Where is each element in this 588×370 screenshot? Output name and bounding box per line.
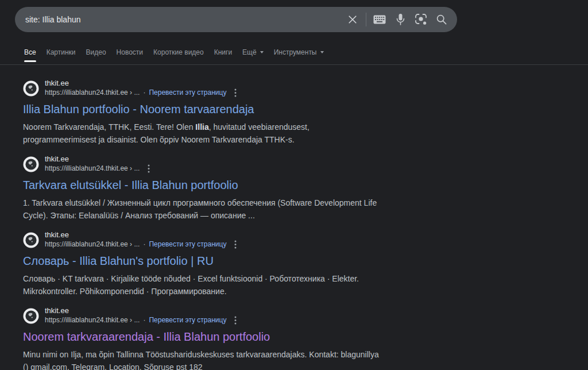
- site-name: thkit.ee: [45, 230, 238, 239]
- site-favicon-icon: [23, 232, 39, 248]
- url-line: https://illiablahun24.thkit.ee › ... · П…: [45, 239, 238, 250]
- search-result: thkit.ee https://illiablahun24.thkit.ee …: [23, 80, 402, 146]
- voice-search-button[interactable]: [393, 12, 408, 27]
- header-divider: [0, 64, 588, 65]
- more-options-button[interactable]: [146, 163, 151, 174]
- tab-news[interactable]: Новости: [117, 48, 143, 62]
- search-result: thkit.ee https://illiablahun24.thkit.ee …: [23, 156, 402, 222]
- search-results-list: thkit.ee https://illiablahun24.thkit.ee …: [23, 80, 402, 370]
- search-bar-icons: [339, 12, 449, 27]
- search-input[interactable]: [25, 15, 339, 24]
- result-snippet: Словарь · KT tarkvara · Kirjalike tööde …: [23, 272, 385, 298]
- more-options-icon: [234, 240, 237, 249]
- more-options-icon: [234, 88, 237, 97]
- url-line: https://illiablahun24.thkit.ee › ...: [45, 163, 151, 174]
- site-name: thkit.ee: [45, 79, 238, 87]
- result-url: https://illiablahun24.thkit.ee › ...: [45, 88, 140, 97]
- tab-label: Книги: [214, 48, 232, 56]
- google-lens-icon: [415, 13, 427, 26]
- site-favicon-icon: [23, 80, 39, 97]
- more-options-button[interactable]: [233, 315, 238, 326]
- search-category-tabs: Все Картинки Видео Новости Короткие виде…: [24, 48, 324, 62]
- more-options-icon: [148, 164, 150, 173]
- site-name: thkit.ee: [45, 155, 151, 163]
- close-icon: [347, 14, 358, 25]
- site-name: thkit.ee: [45, 306, 238, 315]
- search-result: thkit.ee https://illiablahun24.thkit.ee …: [23, 308, 402, 370]
- tab-more[interactable]: Ещё: [242, 48, 264, 62]
- url-line: https://illiablahun24.thkit.ee › ... · П…: [45, 315, 238, 326]
- tab-label: Все: [24, 48, 36, 56]
- chevron-down-icon: [260, 51, 264, 53]
- result-snippet: Noorem Tarkvarendaja, TTHK, Eesti. Tere!…: [23, 121, 385, 146]
- translate-page-link[interactable]: Перевести эту страницу: [149, 240, 226, 249]
- clear-search-button[interactable]: [345, 12, 360, 27]
- microphone-icon: [396, 13, 405, 26]
- virtual-keyboard-button[interactable]: [372, 12, 387, 27]
- more-options-button[interactable]: [233, 87, 238, 98]
- site-info: thkit.ee https://illiablahun24.thkit.ee …: [45, 79, 238, 98]
- search-submit-button[interactable]: [434, 12, 449, 27]
- more-options-button[interactable]: [233, 239, 238, 250]
- result-title-link[interactable]: Noorem tarkvaraarendaja - Illia Blahun p…: [23, 330, 270, 344]
- search-result: thkit.ee https://illiablahun24.thkit.ee …: [23, 232, 402, 298]
- translate-page-link[interactable]: Перевести эту страницу: [149, 316, 226, 325]
- tab-label: Видео: [86, 48, 106, 56]
- keyboard-icon: [373, 15, 386, 24]
- tab-label: Ещё: [242, 48, 257, 56]
- result-site-link[interactable]: thkit.ee https://illiablahun24.thkit.ee …: [23, 80, 402, 97]
- url-separator: ·: [143, 316, 145, 325]
- url-separator: ·: [143, 240, 145, 249]
- site-info: thkit.ee https://illiablahun24.thkit.ee …: [45, 230, 238, 250]
- result-site-link[interactable]: thkit.ee https://illiablahun24.thkit.ee …: [23, 232, 402, 248]
- site-favicon-icon: [23, 308, 39, 324]
- result-url: https://illiablahun24.thkit.ee › ...: [45, 240, 140, 249]
- tab-books[interactable]: Книги: [214, 48, 232, 62]
- google-search-results-page: Все Картинки Видео Новости Короткие виде…: [0, 0, 588, 370]
- result-site-link[interactable]: thkit.ee https://illiablahun24.thkit.ee …: [23, 308, 402, 324]
- search-bar-divider: [366, 13, 366, 26]
- tab-label: Короткие видео: [153, 48, 204, 56]
- snippet-text: Noorem Tarkvarendaja, TTHK, Eesti. Tere!…: [23, 122, 195, 132]
- search-icon: [436, 14, 447, 25]
- tab-label: Новости: [117, 48, 143, 56]
- result-snippet: Minu nimi on Ilja, ma õpin Tallinna Töös…: [23, 348, 385, 370]
- tab-images[interactable]: Картинки: [47, 48, 76, 62]
- chevron-down-icon: [320, 51, 324, 53]
- url-separator: ·: [143, 88, 145, 97]
- tab-tools[interactable]: Инструменты: [274, 48, 324, 62]
- tab-all[interactable]: Все: [24, 48, 36, 62]
- site-info: thkit.ee https://illiablahun24.thkit.ee …: [45, 155, 151, 174]
- result-snippet: 1. Tarkvara elutsükkel / Жизненный цикл …: [23, 196, 385, 222]
- result-title-link[interactable]: Illia Blahun portfoolio - Noorem tarvaar…: [23, 102, 254, 117]
- translate-page-link[interactable]: Перевести эту страницу: [149, 88, 226, 97]
- tab-videos[interactable]: Видео: [86, 48, 106, 62]
- tab-short-videos[interactable]: Короткие видео: [153, 48, 204, 62]
- result-title-link[interactable]: Словарь - Illia Blahun's portfolio | RU: [23, 254, 214, 268]
- tab-label: Инструменты: [274, 48, 317, 56]
- search-bar: [15, 7, 457, 32]
- snippet-bold-text: Illia: [195, 122, 208, 132]
- site-info: thkit.ee https://illiablahun24.thkit.ee …: [45, 306, 238, 326]
- more-options-icon: [234, 316, 237, 325]
- search-by-image-button[interactable]: [413, 12, 428, 27]
- result-site-link[interactable]: thkit.ee https://illiablahun24.thkit.ee …: [23, 156, 402, 172]
- url-line: https://illiablahun24.thkit.ee › ... · П…: [45, 87, 238, 98]
- result-url: https://illiablahun24.thkit.ee › ...: [45, 316, 140, 325]
- tab-label: Картинки: [47, 48, 76, 56]
- result-title-link[interactable]: Tarkvara elutsükkel - Illia Blahun portf…: [23, 178, 238, 192]
- result-url: https://illiablahun24.thkit.ee › ...: [45, 164, 140, 173]
- site-favicon-icon: [23, 156, 39, 172]
